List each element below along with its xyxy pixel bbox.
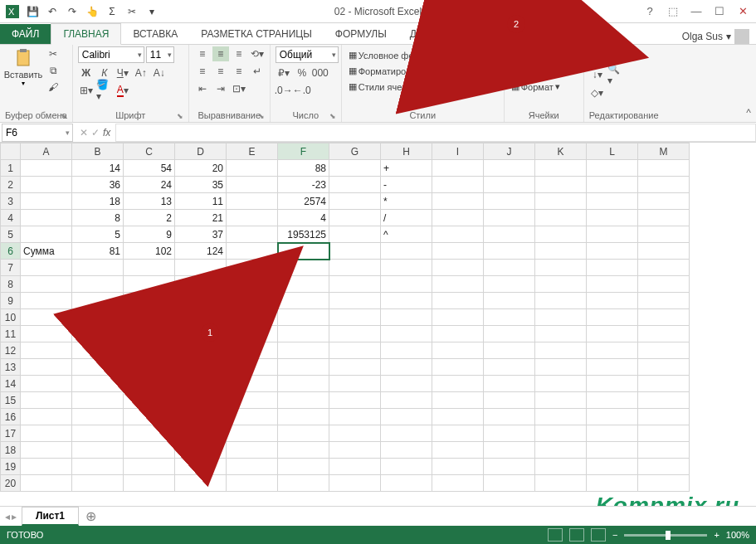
format-as-table-button[interactable]: ▦Форматировать как таблицу ▾ — [347, 65, 485, 77]
cell-B4[interactable]: 8 — [72, 210, 124, 226]
row-header-18[interactable]: 18 — [1, 442, 21, 459]
cell-B12[interactable] — [72, 342, 124, 359]
cell-J11[interactable] — [484, 326, 535, 342]
cell-L14[interactable] — [587, 376, 638, 392]
cell-A7[interactable] — [21, 260, 72, 276]
cell-D18[interactable] — [175, 442, 227, 459]
cell-H2[interactable]: - — [381, 177, 432, 193]
column-header-I[interactable]: I — [432, 143, 484, 160]
cell-B19[interactable] — [72, 459, 124, 475]
tab-page-layout[interactable]: РАЗМЕТКА СТРАНИЦЫ — [189, 24, 324, 44]
cell-D1[interactable]: 20 — [175, 160, 227, 177]
cell-G4[interactable] — [329, 210, 381, 226]
cell-H16[interactable] — [381, 409, 432, 425]
cell-C11[interactable] — [124, 326, 175, 342]
cell-I17[interactable] — [432, 425, 484, 442]
cell-E4[interactable] — [227, 210, 278, 226]
cell-styles-button[interactable]: ▦Стили ячеек ▾ — [347, 80, 419, 93]
cell-L8[interactable] — [587, 276, 638, 293]
row-header-12[interactable]: 12 — [1, 342, 21, 359]
minimize-icon[interactable]: — — [688, 3, 705, 20]
cell-J14[interactable] — [484, 376, 535, 392]
cell-M10[interactable] — [638, 309, 690, 326]
cell-J7[interactable] — [484, 260, 535, 276]
cell-K5[interactable] — [535, 226, 587, 243]
format-painter-icon[interactable]: 🖌 — [45, 80, 61, 95]
cell-K7[interactable] — [535, 260, 587, 276]
cell-J8[interactable] — [484, 276, 535, 293]
cell-C20[interactable] — [124, 475, 175, 492]
cell-B10[interactable] — [72, 309, 124, 326]
cell-J15[interactable] — [484, 392, 535, 409]
cell-C6[interactable]: 102 — [124, 243, 175, 260]
cell-K20[interactable] — [535, 475, 587, 492]
cell-H9[interactable] — [381, 293, 432, 309]
cell-B18[interactable] — [72, 442, 124, 459]
cell-K10[interactable] — [535, 309, 587, 326]
cell-C16[interactable] — [124, 409, 175, 425]
cell-J1[interactable] — [484, 160, 535, 177]
cell-D13[interactable] — [175, 359, 227, 376]
cell-I18[interactable] — [432, 442, 484, 459]
cell-K15[interactable] — [535, 392, 587, 409]
cell-F18[interactable] — [278, 442, 329, 459]
tab-insert[interactable]: ВСТАВКА — [121, 24, 189, 44]
paste-button[interactable]: Вставить ▾ — [5, 46, 41, 87]
cell-A2[interactable] — [21, 177, 72, 193]
cell-E2[interactable] — [227, 177, 278, 193]
fill-color-icon[interactable]: 🪣▾ — [96, 83, 113, 98]
increase-font-icon[interactable]: A↑ — [133, 66, 149, 80]
cell-J19[interactable] — [484, 459, 535, 475]
cell-I1[interactable] — [432, 160, 484, 177]
insert-function-icon[interactable]: fx — [103, 127, 110, 138]
cell-G9[interactable] — [329, 293, 381, 309]
cell-K14[interactable] — [535, 376, 587, 392]
autosum-qat-icon[interactable]: Σ — [105, 4, 119, 19]
cell-E5[interactable] — [227, 226, 278, 243]
cell-I4[interactable] — [432, 210, 484, 226]
cell-G7[interactable] — [329, 260, 381, 276]
column-header-A[interactable]: A — [21, 143, 72, 160]
cell-G12[interactable] — [329, 342, 381, 359]
cell-A3[interactable] — [21, 193, 72, 210]
cell-D17[interactable] — [175, 425, 227, 442]
cell-E3[interactable] — [227, 193, 278, 210]
cell-A17[interactable] — [21, 425, 72, 442]
cell-J5[interactable] — [484, 226, 535, 243]
cell-I11[interactable] — [432, 326, 484, 342]
cell-K17[interactable] — [535, 425, 587, 442]
cell-E18[interactable] — [227, 442, 278, 459]
cell-M13[interactable] — [638, 359, 690, 376]
alignment-launcher-icon[interactable]: ⬊ — [258, 112, 265, 120]
conditional-formatting-button[interactable]: ▦Условное форматирование ▾ — [347, 49, 483, 61]
cell-C5[interactable]: 9 — [124, 226, 175, 243]
redo-icon[interactable]: ↷ — [65, 4, 80, 19]
zoom-level[interactable]: 100% — [726, 530, 749, 540]
cell-L13[interactable] — [587, 359, 638, 376]
cell-C4[interactable]: 2 — [124, 210, 175, 226]
cell-F15[interactable] — [278, 392, 329, 409]
cancel-formula-icon[interactable]: ✕ — [80, 127, 88, 138]
cell-M8[interactable] — [638, 276, 690, 293]
cell-H6[interactable] — [381, 243, 432, 260]
cell-M9[interactable] — [638, 293, 690, 309]
column-header-F[interactable]: F — [278, 143, 329, 160]
cell-I6[interactable] — [432, 243, 484, 260]
sheet-nav-next-icon[interactable]: ▸ — [12, 511, 17, 522]
cell-K4[interactable] — [535, 210, 587, 226]
number-launcher-icon[interactable]: ⬊ — [329, 112, 336, 120]
cell-M1[interactable] — [638, 160, 690, 177]
cell-A10[interactable] — [21, 309, 72, 326]
cell-C9[interactable] — [124, 293, 175, 309]
cell-E19[interactable] — [227, 459, 278, 475]
row-header-15[interactable]: 15 — [1, 392, 21, 409]
close-icon[interactable]: ✕ — [734, 3, 751, 20]
sheet-nav-prev-icon[interactable]: ◂ — [5, 511, 10, 522]
enter-formula-icon[interactable]: ✓ — [91, 127, 100, 138]
tab-file[interactable]: ФАЙЛ — [0, 24, 51, 44]
cell-B20[interactable] — [72, 475, 124, 492]
cell-D4[interactable]: 21 — [175, 210, 227, 226]
row-header-6[interactable]: 6 — [1, 243, 21, 260]
cell-C19[interactable] — [124, 459, 175, 475]
cell-L18[interactable] — [587, 442, 638, 459]
